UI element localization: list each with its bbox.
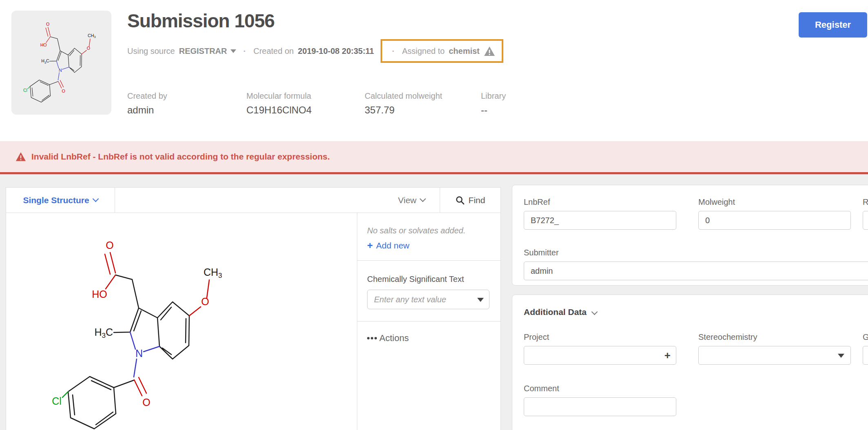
error-banner: Invalid LnbRef - LnbRef is not valid acc… — [0, 141, 868, 174]
chevron-down-icon — [92, 196, 99, 202]
assigned-to-value: chemist — [449, 47, 480, 56]
molecule-drawing — [45, 229, 237, 430]
stereochemistry-select[interactable] — [698, 346, 851, 365]
identifiers-card: LnbRef Molweight Rest Submitter — [512, 185, 868, 286]
created-on-value: 2019-10-08 20:35:11 — [298, 47, 374, 56]
salts-empty-text: No salts or solvates added. — [367, 226, 500, 235]
cst-section: Chemically Significant Text — [357, 261, 500, 321]
submitter-field: Submitter — [524, 248, 868, 280]
assigned-to-label: Assigned to — [402, 47, 445, 56]
source-dropdown[interactable]: REGISTRAR — [179, 47, 236, 56]
add-new-button[interactable]: + Add new — [367, 241, 410, 250]
salts-section: No salts or solvates added. + Add new — [357, 213, 500, 261]
molweight-field: Molweight — [698, 197, 851, 230]
plus-icon: + — [367, 242, 373, 250]
structure-card: Single Structure View Find — [6, 187, 501, 430]
separator-dot: · — [244, 47, 246, 56]
structure-canvas[interactable] — [6, 213, 357, 430]
ellipsis-icon — [367, 337, 370, 339]
lnbref-field: LnbRef — [524, 197, 676, 230]
search-icon — [456, 196, 465, 205]
salts-panel: No salts or solvates added. + Add new Ch… — [357, 213, 500, 430]
created-on-label: Created on — [253, 47, 294, 56]
page-title: Submission 1056 — [127, 10, 275, 32]
chevron-down-icon — [591, 308, 598, 315]
using-source-label: Using source — [127, 47, 175, 56]
add-project-button[interactable]: + — [664, 349, 671, 362]
additional-data-card: Additional Data Project + Stereochemistr… — [512, 295, 868, 430]
assigned-to-highlight: · Assigned to chemist — [381, 39, 503, 63]
rest-field: Rest — [863, 197, 868, 230]
cst-label: Chemically Significant Text — [367, 275, 500, 284]
molecule-thumbnail-drawing — [20, 17, 102, 108]
registration-page: Submission 1056 Using source REGISTRAR ·… — [0, 0, 868, 430]
meta-library: Library -- — [481, 91, 506, 116]
structure-thumbnail — [11, 11, 111, 115]
find-button[interactable]: Find — [440, 188, 500, 213]
source-value: REGISTRAR — [179, 47, 227, 56]
meta-calculated-molweight: Calculated molweight 357.79 — [365, 91, 442, 116]
structure-toolbar: Single Structure View Find — [6, 188, 500, 213]
additional-data-toggle[interactable]: Additional Data — [524, 307, 597, 317]
geom-select[interactable] — [863, 346, 868, 365]
content-area: Single Structure View Find — [0, 174, 868, 430]
project-input[interactable] — [524, 346, 676, 365]
chevron-down-icon — [420, 196, 426, 202]
structure-mode-selector[interactable]: Single Structure — [6, 188, 115, 213]
molweight-input[interactable] — [698, 211, 851, 230]
rest-input[interactable] — [863, 211, 868, 230]
lnbref-input[interactable] — [524, 211, 676, 230]
meta-created-by: Created by admin — [127, 91, 167, 116]
chevron-down-icon — [230, 49, 236, 53]
stereochemistry-field: Stereochemistry — [698, 332, 851, 365]
error-message: Invalid LnbRef - LnbRef is not valid acc… — [31, 152, 330, 162]
cst-input[interactable] — [367, 290, 489, 309]
warning-icon — [484, 46, 495, 56]
geom-field: Geom — [863, 332, 868, 365]
submitter-input[interactable] — [524, 262, 868, 280]
comment-field: Comment — [524, 384, 676, 416]
register-button[interactable]: Register — [799, 12, 867, 38]
comment-input[interactable] — [524, 397, 676, 416]
separator-dot: · — [392, 47, 395, 56]
actions-button[interactable]: Actions — [357, 321, 500, 344]
submission-subline: Using source REGISTRAR · Created on 2019… — [127, 39, 503, 63]
project-field: Project + — [524, 332, 676, 365]
meta-molecular-formula: Molecular formula C19H16ClNO4 — [246, 91, 312, 116]
alert-warning-icon — [16, 152, 26, 162]
view-button[interactable]: View — [398, 188, 440, 213]
